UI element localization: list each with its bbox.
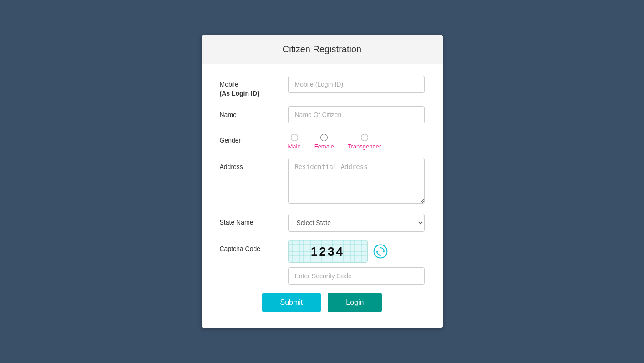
security-code-wrap — [288, 267, 425, 285]
state-select-wrap: Select State — [288, 214, 425, 232]
captcha-row: Captcha Code 1234 — [220, 240, 425, 285]
name-input[interactable] — [288, 106, 425, 123]
state-label: State Name — [220, 214, 288, 227]
gender-transgender-option: Transgender — [348, 134, 381, 150]
form-header: Citizen Registration — [202, 35, 443, 64]
submit-button[interactable]: Submit — [262, 293, 321, 312]
registration-form: Citizen Registration Mobile (As Login ID… — [202, 35, 443, 328]
gender-male-option: Male — [288, 134, 301, 150]
svg-point-0 — [374, 245, 387, 258]
mobile-input[interactable] — [288, 76, 425, 93]
state-select[interactable]: Select State — [288, 214, 425, 232]
captcha-section: 1234 — [288, 240, 425, 263]
gender-female-option: Female — [314, 134, 334, 150]
gender-female-radio[interactable] — [320, 134, 328, 141]
name-row: Name — [220, 106, 425, 123]
gender-transgender-radio[interactable] — [361, 134, 368, 141]
gender-transgender-label[interactable]: Transgender — [348, 143, 381, 150]
gender-group: Male Female Transgender — [288, 132, 425, 150]
captcha-value: 1234 — [311, 245, 345, 259]
address-label: Address — [220, 158, 288, 172]
gender-female-label[interactable]: Female — [314, 143, 334, 150]
gender-row: Gender Male Female Transgender — [220, 132, 425, 150]
address-input-wrap — [288, 158, 425, 205]
refresh-icon — [373, 244, 388, 259]
gender-male-label[interactable]: Male — [288, 143, 301, 150]
form-title: Citizen Registration — [215, 44, 429, 55]
mobile-label: Mobile (As Login ID) — [220, 76, 288, 98]
button-row: Submit Login — [220, 293, 425, 312]
form-body: Mobile (As Login ID) Name Gender Male — [202, 64, 443, 328]
gender-male-radio[interactable] — [291, 134, 298, 141]
mobile-row: Mobile (As Login ID) — [220, 76, 425, 98]
name-input-wrap — [288, 106, 425, 123]
mobile-input-wrap — [288, 76, 425, 93]
captcha-label: Captcha Code — [220, 240, 288, 254]
captcha-wrap: 1234 — [288, 240, 425, 285]
gender-options-wrap: Male Female Transgender — [288, 132, 425, 150]
captcha-refresh-button[interactable] — [372, 243, 389, 260]
address-input[interactable] — [288, 158, 425, 204]
address-row: Address — [220, 158, 425, 205]
security-code-input[interactable] — [288, 267, 425, 285]
login-button[interactable]: Login — [328, 293, 382, 312]
captcha-image: 1234 — [288, 240, 368, 263]
state-row: State Name Select State — [220, 214, 425, 232]
name-label: Name — [220, 106, 288, 120]
gender-label: Gender — [220, 132, 288, 145]
